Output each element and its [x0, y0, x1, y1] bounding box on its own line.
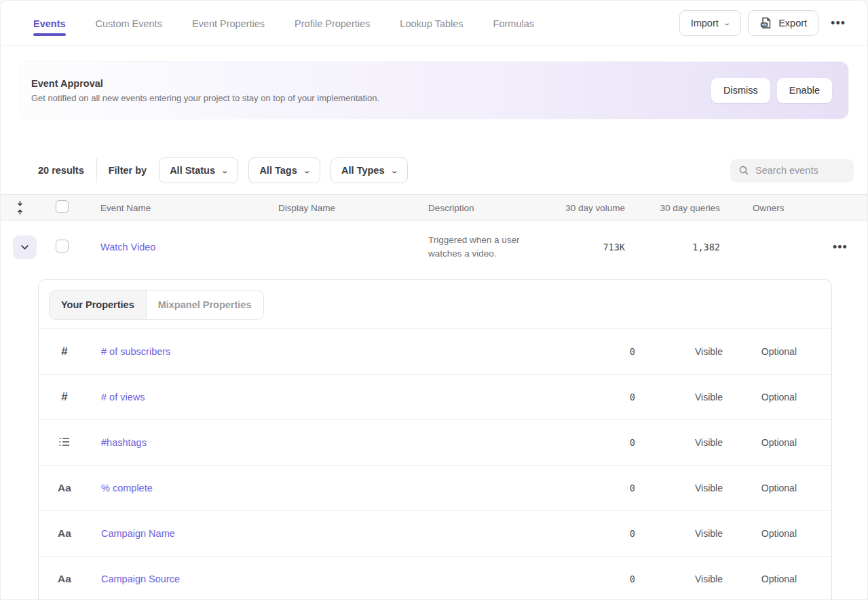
collapse-all-icon[interactable]: [14, 199, 26, 217]
banner-subtitle: Get notified on all new events entering …: [31, 93, 379, 103]
column-header-owners: Owners: [720, 203, 815, 213]
property-visibility: Visible: [635, 346, 723, 357]
properties-segmented-control: Your Properties Mixpanel Properties: [49, 290, 264, 320]
volume-cell: 713K: [557, 242, 625, 252]
property-name-link[interactable]: #hashtags: [86, 437, 147, 448]
types-filter-label: All Types: [341, 165, 384, 176]
row-expander-button[interactable]: [13, 236, 37, 259]
property-status: Optional: [723, 574, 797, 584]
property-name-link[interactable]: # of subscribers: [86, 346, 170, 357]
tab-bar: Events Custom Events Event Properties Pr…: [33, 3, 679, 43]
select-all-checkbox[interactable]: [56, 200, 69, 213]
import-button[interactable]: Import ⌄: [679, 10, 741, 36]
filter-bar: 20 results Filter by All Status ⌄ All Ta…: [38, 157, 854, 184]
tags-filter-label: All Tags: [259, 165, 297, 176]
table-row: Watch Video Triggered when a user watche…: [1, 221, 867, 273]
property-volume: 0: [567, 574, 635, 584]
property-row: Aa Campaign Source 0 Visible Optional: [39, 557, 831, 600]
column-header-volume: 30 day volume: [557, 203, 625, 213]
search-events-box: [730, 159, 854, 183]
csv-file-icon: csv: [759, 16, 773, 30]
tags-filter-dropdown[interactable]: All Tags ⌄: [248, 157, 320, 183]
tab-your-properties[interactable]: Your Properties: [50, 290, 147, 319]
chevron-down-icon: ⌄: [221, 167, 229, 174]
property-name-link[interactable]: Campaign Source: [86, 574, 180, 584]
property-volume: 0: [567, 528, 635, 539]
tab-event-properties[interactable]: Event Properties: [192, 3, 265, 43]
property-status: Optional: [723, 483, 797, 493]
dismiss-button[interactable]: Dismiss: [711, 78, 770, 103]
property-status: Optional: [723, 528, 797, 539]
export-label: Export: [778, 18, 807, 29]
event-name-link[interactable]: Watch Video: [86, 242, 155, 252]
tab-mixpanel-properties[interactable]: Mixpanel Properties: [147, 290, 263, 319]
property-visibility: Visible: [635, 392, 723, 402]
column-header-queries: 30 day queries: [625, 203, 720, 213]
property-status: Optional: [723, 437, 797, 448]
property-volume: 0: [567, 392, 635, 402]
event-approval-banner: Event Approval Get notified on all new e…: [20, 62, 848, 119]
column-header-display-name: Display Name: [278, 203, 428, 213]
divider: [96, 158, 97, 183]
property-volume: 0: [567, 483, 635, 493]
property-volume: 0: [567, 437, 635, 448]
enable-button[interactable]: Enable: [777, 78, 832, 103]
top-bar: Events Custom Events Event Properties Pr…: [1, 1, 867, 45]
results-count: 20 results: [38, 165, 84, 176]
filter-by-label: Filter by: [109, 165, 147, 176]
property-row: Aa Campaign Name 0 Visible Optional: [39, 511, 831, 557]
topbar-actions: Import ⌄ csv Export •••: [679, 10, 851, 36]
property-status: Optional: [723, 346, 797, 357]
tab-profile-properties[interactable]: Profile Properties: [295, 3, 370, 43]
search-input[interactable]: [755, 165, 846, 176]
property-visibility: Visible: [635, 574, 723, 584]
description-cell: Triggered when a user watches a video.: [428, 233, 557, 261]
property-visibility: Visible: [635, 437, 723, 448]
row-checkbox[interactable]: [56, 240, 69, 252]
list-type-icon: [57, 437, 72, 447]
search-icon: [738, 165, 749, 176]
property-row: #hashtags 0 Visible Optional: [39, 420, 831, 466]
row-more-actions-button[interactable]: •••: [827, 237, 853, 257]
property-name-link[interactable]: Campaign Name: [86, 528, 175, 539]
lexicon-window: Events Custom Events Event Properties Pr…: [0, 0, 868, 600]
property-visibility: Visible: [635, 483, 723, 493]
more-actions-button[interactable]: •••: [825, 13, 851, 33]
event-properties-panel: Your Properties Mixpanel Properties # # …: [38, 279, 832, 600]
property-name-link[interactable]: % complete: [86, 483, 153, 493]
properties-tab-bar: Your Properties Mixpanel Properties: [39, 280, 831, 329]
banner-title: Event Approval: [31, 78, 379, 89]
chevron-down-icon: ⌄: [303, 167, 311, 174]
column-header-description: Description: [428, 203, 557, 213]
tab-formulas[interactable]: Formulas: [493, 3, 534, 43]
queries-cell: 1,382: [625, 242, 720, 252]
property-visibility: Visible: [635, 528, 723, 539]
property-row: # # of subscribers 0 Visible Optional: [39, 329, 831, 375]
property-volume: 0: [567, 346, 635, 357]
import-label: Import: [691, 18, 719, 29]
property-status: Optional: [723, 392, 797, 402]
banner-actions: Dismiss Enable: [711, 78, 832, 103]
status-filter-label: All Status: [170, 165, 215, 176]
types-filter-dropdown[interactable]: All Types ⌄: [331, 157, 408, 183]
property-row: # # of views 0 Visible Optional: [39, 375, 831, 420]
property-row: Aa % complete 0 Visible Optional: [39, 466, 831, 511]
column-header-event-name: Event Name: [86, 203, 278, 213]
banner-text: Event Approval Get notified on all new e…: [31, 78, 379, 103]
property-name-link[interactable]: # of views: [86, 392, 145, 402]
table-header-row: Event Name Display Name Description 30 d…: [1, 194, 867, 221]
svg-text:csv: csv: [761, 23, 768, 26]
tab-lookup-tables[interactable]: Lookup Tables: [400, 3, 463, 43]
tab-custom-events[interactable]: Custom Events: [96, 3, 162, 43]
chevron-down-icon: ⌄: [723, 19, 731, 26]
chevron-down-icon: ⌄: [390, 167, 398, 174]
tab-events[interactable]: Events: [33, 3, 66, 43]
export-button[interactable]: csv Export: [748, 10, 818, 36]
status-filter-dropdown[interactable]: All Status ⌄: [159, 157, 238, 183]
